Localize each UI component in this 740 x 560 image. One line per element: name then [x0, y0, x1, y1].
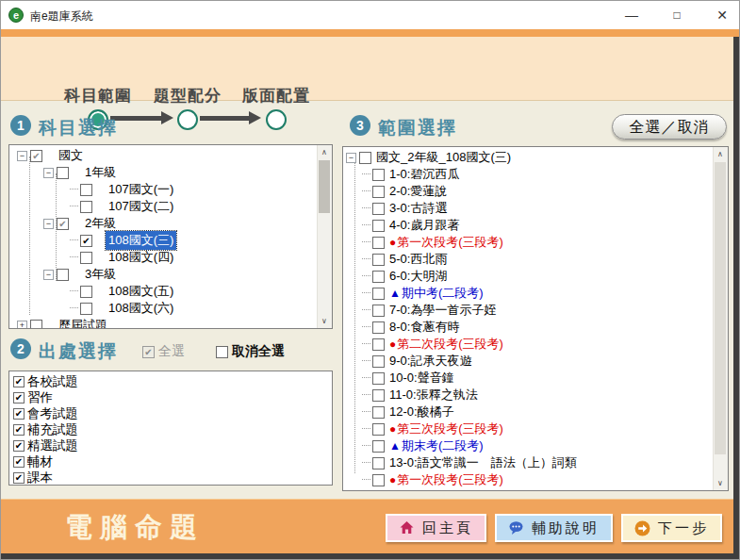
tree-node-label[interactable]: 國文: [56, 146, 86, 165]
checkbox[interactable]: [372, 271, 385, 283]
select-all-checkbox[interactable]: ✔: [142, 346, 155, 358]
checkbox[interactable]: ✔: [57, 218, 69, 230]
checkbox[interactable]: [57, 167, 69, 179]
tree-node[interactable]: 13-0:語文常識一 語法（上）詞類: [343, 454, 714, 471]
checkbox[interactable]: [359, 152, 371, 164]
scrollbar-thumb[interactable]: [715, 162, 726, 454]
tree-node[interactable]: ●第一次段考(三段考): [343, 471, 714, 488]
tree-node-label[interactable]: 9-0:記承天夜遊: [386, 352, 474, 371]
tree-node-label[interactable]: 5-0:西北雨: [386, 250, 450, 269]
checkbox[interactable]: [30, 320, 42, 330]
tree-node-label[interactable]: 2年級: [82, 214, 119, 233]
collapse-icon[interactable]: −: [43, 219, 54, 229]
tree-node-label[interactable]: 8-0:食蔥有時: [386, 318, 462, 337]
tree-node[interactable]: ●第二次段考(三段考): [343, 336, 714, 353]
collapse-icon[interactable]: −: [43, 168, 54, 178]
tree-node-label[interactable]: 12-0:酸橘子: [386, 403, 457, 421]
tree-node-label[interactable]: 2-0:愛蓮說: [386, 182, 450, 201]
source-list-item[interactable]: ✔輔材: [9, 453, 318, 469]
collapse-icon[interactable]: −: [43, 270, 54, 280]
checkbox[interactable]: [372, 389, 385, 402]
deselect-all-checkbox[interactable]: [216, 346, 228, 358]
tree-node-label[interactable]: 3-0:古詩選: [386, 199, 450, 218]
checkbox[interactable]: [80, 303, 92, 315]
tree-node-label[interactable]: 107國文(二): [106, 197, 176, 216]
checkbox[interactable]: [372, 457, 385, 469]
tree-node[interactable]: +歷屆試題: [9, 317, 318, 329]
source-list-item[interactable]: ✔會考試題: [9, 405, 318, 421]
tree-node-label[interactable]: ●第三次段考(三段考): [386, 420, 506, 438]
tree-node[interactable]: −3年級: [9, 266, 318, 283]
tree-node[interactable]: −1年級: [9, 164, 318, 181]
checkbox[interactable]: [372, 474, 385, 486]
checkbox[interactable]: ✔: [13, 440, 25, 452]
toggle-all-button[interactable]: 全選／取消: [612, 114, 727, 140]
tree-node[interactable]: 2-0:愛蓮說: [343, 183, 714, 200]
tree-node[interactable]: 9-0:記承天夜遊: [343, 353, 714, 370]
tree-node-label[interactable]: 國文_2年級_108國文(三): [373, 148, 514, 167]
tree-node-label[interactable]: ●第一次段考(三段考): [386, 233, 506, 252]
tree-node[interactable]: ●第一次段考(三段考): [343, 234, 714, 251]
checkbox[interactable]: [80, 252, 92, 264]
checkbox[interactable]: [372, 203, 385, 215]
tree-node[interactable]: 11-0:張釋之執法: [343, 387, 714, 404]
expand-icon[interactable]: +: [17, 321, 27, 330]
tree-node-label[interactable]: 11-0:張釋之執法: [386, 386, 481, 404]
tree-node-label[interactable]: 1年級: [82, 163, 119, 182]
checkbox[interactable]: [372, 355, 385, 368]
tree-node-label[interactable]: 13-0:語文常識一 語法（上）詞類: [386, 453, 580, 472]
tree-node[interactable]: −國文_2年級_108國文(三): [343, 149, 714, 166]
tree-node[interactable]: 108國文(六): [9, 300, 318, 317]
collapse-icon[interactable]: −: [17, 151, 27, 161]
tree-node-label[interactable]: ▲期末考(二段考): [386, 436, 486, 455]
tree-node-label[interactable]: 1-0:碧沉西瓜: [386, 165, 462, 184]
tree-node[interactable]: 107國文(二): [9, 198, 318, 215]
source-list-item[interactable]: ✔精選試題: [9, 437, 318, 453]
scrollbar-thumb[interactable]: [319, 160, 330, 213]
tree-node-label[interactable]: 3年級: [82, 265, 119, 284]
tree-node-label[interactable]: 7-0:為學一首示子姪: [386, 301, 499, 320]
tree-node-label[interactable]: ●第二次段考(三段考): [386, 335, 506, 354]
checkbox[interactable]: ✔: [13, 456, 25, 468]
tree-node[interactable]: ●第三次段考(三段考): [343, 420, 714, 437]
tree-node[interactable]: 6-0:大明湖: [343, 268, 714, 285]
checkbox[interactable]: ✔: [30, 150, 42, 162]
scroll-up-icon[interactable]: ∧: [318, 145, 331, 159]
tree-node[interactable]: 108國文(四): [9, 249, 318, 266]
tree-node-label[interactable]: 108國文(六): [106, 299, 176, 318]
checkbox[interactable]: [372, 169, 385, 181]
checkbox[interactable]: [372, 305, 385, 317]
tree-node[interactable]: 1-0:碧沉西瓜: [343, 166, 714, 183]
tree-node-label[interactable]: 6-0:大明湖: [386, 267, 450, 286]
tree-node[interactable]: −✔2年級: [9, 215, 318, 232]
tree-node-label[interactable]: 108國文(三): [106, 231, 176, 250]
checkbox[interactable]: [372, 440, 385, 453]
checkbox[interactable]: ✔: [80, 235, 92, 247]
help-button[interactable]: 輔助說明: [495, 514, 613, 542]
source-list-item[interactable]: ✔各校試題: [9, 373, 318, 389]
scroll-up-icon[interactable]: ∧: [714, 147, 727, 161]
checkbox[interactable]: [372, 237, 385, 249]
checkbox[interactable]: ✔: [13, 392, 25, 404]
checkbox[interactable]: [80, 201, 92, 213]
checkbox[interactable]: [372, 220, 385, 232]
checkbox[interactable]: [372, 254, 385, 266]
checkbox[interactable]: [372, 406, 385, 419]
tree-node[interactable]: −✔國文: [9, 147, 318, 164]
tree-node[interactable]: ▲期末考(二段考): [343, 437, 714, 454]
checkbox[interactable]: ✔: [13, 472, 25, 484]
tree-node[interactable]: 7-0:為學一首示子姪: [343, 302, 714, 319]
tree-node[interactable]: ✔108國文(三): [9, 232, 318, 249]
tree-node[interactable]: 4-0:歲月跟著: [343, 217, 714, 234]
checkbox[interactable]: ✔: [13, 376, 25, 387]
tree-node[interactable]: 12-0:酸橘子: [343, 404, 714, 420]
minimize-button[interactable]: —: [616, 5, 648, 25]
collapse-icon[interactable]: −: [346, 153, 356, 163]
checkbox[interactable]: [372, 186, 385, 198]
tree-node-label[interactable]: 108國文(五): [106, 282, 176, 301]
tree-node-label[interactable]: 4-0:歲月跟著: [386, 216, 462, 235]
scroll-down-icon[interactable]: ∨: [318, 314, 331, 328]
subject-tree-scrollbar[interactable]: ∧ ∨: [317, 145, 332, 328]
tree-node[interactable]: 3-0:古詩選: [343, 200, 714, 217]
checkbox[interactable]: [372, 321, 385, 334]
